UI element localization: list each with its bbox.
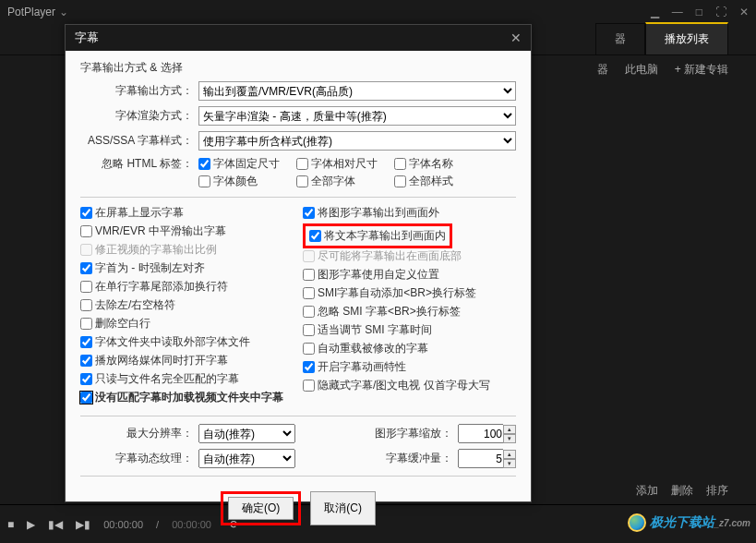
fullscreen-icon[interactable]: ⛶ [715,6,726,18]
app-titlebar: PotPlayer ⌄ ▁ — □ ⛶ ✕ [0,0,756,24]
cb-font-name[interactable]: 字体名称 [394,156,453,172]
cb-only-full-match[interactable]: 只读与文件名完全匹配的字幕 [80,371,294,387]
graphic-scale-label: 图形字幕缩放： [295,426,458,441]
cb-ignore-smi-br[interactable]: 忽略 SMI 字幕<BR>换行标签 [303,304,516,320]
cb-reload-modified[interactable]: 自动重载被修改的字幕 [303,341,516,356]
max-res-label: 最大分辨率： [80,426,198,441]
cancel-button[interactable]: 取消(C) [310,491,376,525]
cb-single-line-nl[interactable]: 在单行字幕尾部添加换行符 [80,279,294,295]
assssa-label: ASS/SSA 字幕样式： [80,133,198,149]
max-res-select[interactable]: 自动(推荐) [198,424,295,443]
buffer-input[interactable] [458,449,504,468]
cb-load-folder-subs[interactable]: 没有匹配字幕时加载视频文件夹中字幕 [80,390,294,405]
output-method-label: 字幕输出方式： [80,83,198,99]
sort-button[interactable]: 排序 [706,483,728,499]
minimize-icon[interactable]: — [672,6,683,18]
assssa-select[interactable]: 使用字幕中所含样式(推荐) [198,131,516,151]
prev-icon[interactable]: ▮◀ [48,518,63,531]
playlist-actions: 添加 删除 排序 [636,483,728,499]
highlight-ok: 确定(O) [221,491,301,525]
cb-fixed-size[interactable]: 字体固定尺寸 [198,156,280,172]
buffer-label: 字幕缓冲量： [295,451,458,466]
tab-device[interactable]: 器 [595,23,645,54]
graphic-scale-input[interactable] [458,424,504,443]
cb-all-style[interactable]: 全部样式 [394,174,453,189]
del-button[interactable]: 删除 [671,483,693,499]
cb-vmr-smooth[interactable]: VMR/EVR 中平滑输出字幕 [80,223,294,239]
subtitle-dialog: 字幕 ✕ 字幕输出方式 & 选择 字幕输出方式： 输出到覆盖/VMR/EVR(高… [65,24,532,502]
stop-icon[interactable]: ■ [7,518,14,531]
cb-graphic-outside[interactable]: 将图形字幕输出到画面外 [303,205,516,221]
cb-try-bottom[interactable]: 尽可能将字幕输出在画面底部 [303,248,516,264]
dialog-titlebar: 字幕 ✕ [66,25,531,51]
dyn-texture-label: 字幕动态纹理： [80,451,198,466]
render-label: 字体渲染方式： [80,108,198,124]
window-controls: ▁ — □ ⛶ ✕ [651,6,749,18]
close-icon[interactable]: ✕ [739,6,749,18]
pin-icon[interactable]: ▁ [651,6,659,18]
tab-playlist[interactable]: 播放列表 [645,22,728,54]
dropdown-icon[interactable]: ⌄ [59,6,68,18]
cb-font-color[interactable]: 字体颜色 [198,174,258,189]
cb-first-align[interactable]: 字首为 - 时强制左对齐 [80,260,294,276]
cb-text-inside[interactable]: 将文本字幕输出到画面内 [309,228,446,244]
watermark-logo-icon [628,513,646,532]
output-method-select[interactable]: 输出到覆盖/VMR/EVR(高品质) [198,81,516,101]
maximize-icon[interactable]: □ [696,6,702,18]
subtab-thispc[interactable]: 此电脑 [625,62,658,78]
render-select[interactable]: 矢量字串渲染 - 高速，质量中等(推荐) [198,106,516,126]
highlight-text-inside: 将文本字幕输出到画面内 [303,223,452,248]
spin-down-icon[interactable]: ▾ [503,459,516,468]
left-column: 在屏幕上显示字幕 VMR/EVR 中平滑输出字幕 修正视频的字幕输出比例 字首为… [80,205,294,408]
app-name: PotPlayer [7,6,55,18]
spin-down-icon[interactable]: ▾ [503,434,516,443]
cb-graphic-custom-pos[interactable]: 图形字幕使用自定义位置 [303,267,516,283]
cb-trim-spaces[interactable]: 去除左/右空格符 [80,297,294,313]
spin-up-icon[interactable]: ▴ [503,425,516,434]
subtab-new-album[interactable]: + 新建专辑 [675,62,728,78]
ok-button[interactable]: 确定(O) [228,497,294,520]
close-icon[interactable]: ✕ [510,30,522,45]
subtab-drive[interactable]: 器 [597,62,608,78]
add-button[interactable]: 添加 [636,483,658,499]
cb-anim-effect[interactable]: 开启字幕动画特性 [303,359,516,375]
section-output-title: 字幕输出方式 & 选择 [80,60,516,76]
cb-adjust-smi-time[interactable]: 适当调节 SMI 字幕时间 [303,322,516,338]
ignore-html-label: 忽略 HTML 标签： [80,156,198,172]
cb-all-font[interactable]: 全部字体 [296,174,355,189]
cb-rel-size[interactable]: 字体相对尺寸 [296,156,378,172]
play-icon[interactable]: ▶ [27,518,35,531]
cb-fix-ratio[interactable]: 修正视频的字幕输出比例 [80,242,294,258]
cb-open-sub-net[interactable]: 播放网络媒体同时打开字幕 [80,353,294,368]
watermark: 极光下载站_z7.com [628,513,750,532]
cb-smi-br[interactable]: SMI字幕自动添加<BR>换行标签 [303,285,516,301]
cb-del-blank[interactable]: 删除空白行 [80,316,294,332]
dialog-title: 字幕 [75,30,99,46]
dyn-texture-select[interactable]: 自动(推荐) [198,449,295,468]
dialog-body: 字幕输出方式 & 选择 字幕输出方式： 输出到覆盖/VMR/EVR(高品质) 字… [66,51,531,542]
cb-read-ext-font[interactable]: 字体文件夹中读取外部字体文件 [80,334,294,350]
dialog-footer: 确定(O) 取消(C) [80,484,516,535]
right-column: 将图形字幕输出到画面外 将文本字幕输出到画面内 尽可能将字幕输出在画面底部 图形… [303,205,516,408]
cb-hide-uppercase[interactable]: 隐藏式字幕/图文电视 仅首字母大写 [303,378,516,393]
spin-up-icon[interactable]: ▴ [503,450,516,459]
cb-show-on-screen[interactable]: 在屏幕上显示字幕 [80,205,294,221]
